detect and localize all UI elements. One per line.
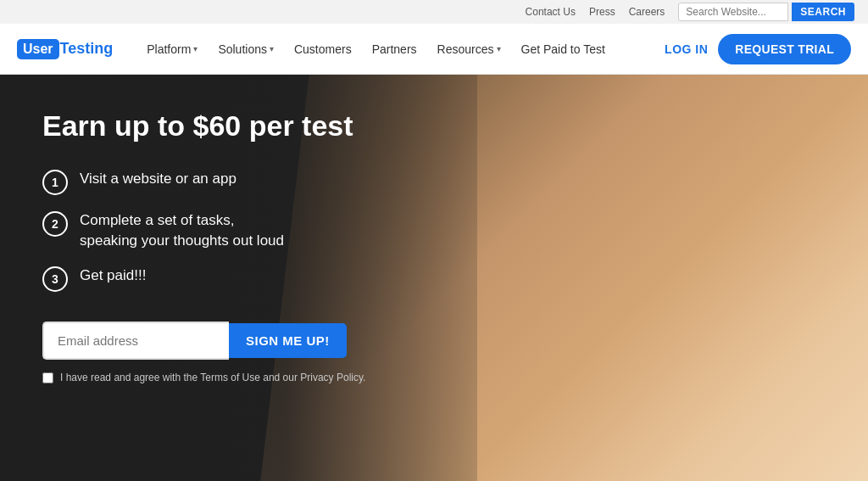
- step-3-number: 3: [42, 266, 68, 292]
- trial-button[interactable]: REQUEST TRIAL: [718, 34, 851, 64]
- step-2-number: 2: [42, 211, 68, 237]
- step-1: 1 Visit a website or an app: [42, 169, 381, 195]
- careers-link[interactable]: Careers: [629, 6, 665, 18]
- nav-solutions[interactable]: Solutions ▾: [209, 36, 282, 63]
- nav-customers[interactable]: Customers: [286, 36, 360, 63]
- top-bar: Contact Us Press Careers SEARCH: [0, 0, 868, 24]
- nav-get-paid[interactable]: Get Paid to Test: [513, 36, 614, 63]
- step-1-text: Visit a website or an app: [80, 169, 236, 189]
- hero-content: Earn up to $60 per test 1 Visit a websit…: [0, 75, 424, 417]
- nav-links: Platform ▾ Solutions ▾ Customers Partner…: [138, 36, 665, 63]
- terms-row: I have read and agree with the Terms of …: [42, 372, 381, 383]
- logo-testing-part: Testing: [60, 40, 114, 58]
- hero-steps: 1 Visit a website or an app 2 Complete a…: [42, 169, 381, 293]
- contact-us-link[interactable]: Contact Us: [526, 6, 576, 18]
- terms-checkbox[interactable]: [42, 372, 53, 383]
- nav-partners[interactable]: Partners: [364, 36, 426, 63]
- hero-title: Earn up to $60 per test: [42, 109, 381, 143]
- main-nav: User Testing Platform ▾ Solutions ▾ Cust…: [0, 24, 868, 75]
- terms-text: I have read and agree with the Terms of …: [60, 372, 365, 383]
- step-1-number: 1: [42, 170, 68, 195]
- logo-user-part: User: [17, 39, 59, 59]
- search-button[interactable]: SEARCH: [792, 3, 854, 21]
- search-wrapper: SEARCH: [678, 3, 854, 21]
- search-input[interactable]: [678, 3, 788, 21]
- solutions-arrow-icon: ▾: [270, 44, 274, 53]
- login-button[interactable]: LOG IN: [665, 42, 708, 56]
- step-2-text: Complete a set of tasks, speaking your t…: [80, 210, 284, 251]
- step-2: 2 Complete a set of tasks, speaking your…: [42, 210, 381, 251]
- step-3-text: Get paid!!!: [80, 266, 146, 286]
- press-link[interactable]: Press: [589, 6, 615, 18]
- signup-form: SIGN ME UP!: [42, 322, 381, 360]
- step-3: 3 Get paid!!!: [42, 266, 381, 292]
- email-input[interactable]: [42, 322, 229, 360]
- logo[interactable]: User Testing: [17, 39, 113, 59]
- resources-arrow-icon: ▾: [497, 44, 501, 53]
- signup-button[interactable]: SIGN ME UP!: [229, 323, 347, 358]
- nav-platform[interactable]: Platform ▾: [138, 36, 206, 63]
- nav-resources[interactable]: Resources ▾: [429, 36, 509, 63]
- nav-actions: LOG IN REQUEST TRIAL: [665, 34, 851, 64]
- hero-section: Earn up to $60 per test 1 Visit a websit…: [0, 75, 868, 481]
- platform-arrow-icon: ▾: [193, 44, 198, 53]
